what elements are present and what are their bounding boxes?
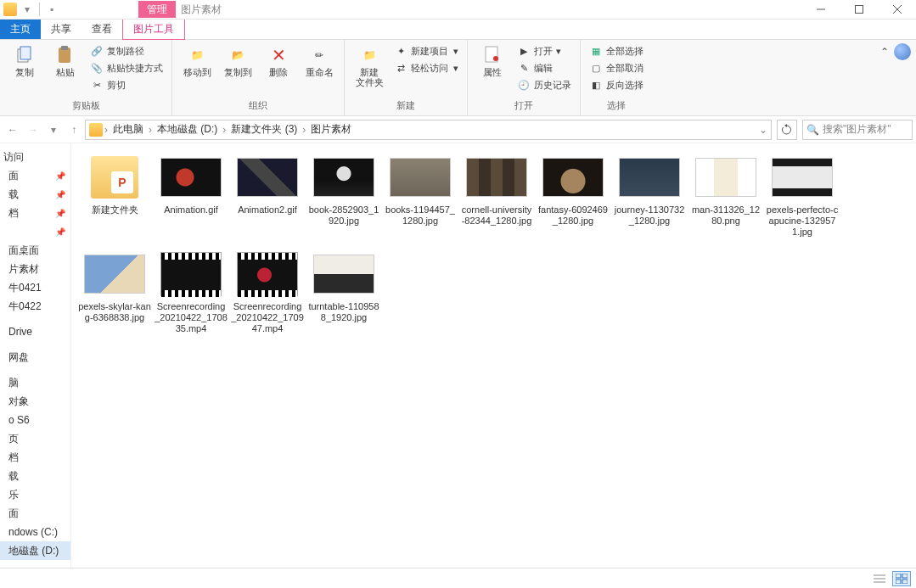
- sidebar-item[interactable]: 面桌面: [0, 241, 70, 260]
- pin-icon: 📌: [55, 209, 65, 218]
- maximize-button[interactable]: [840, 0, 878, 19]
- file-item[interactable]: book-2852903_1920.jpg: [307, 154, 380, 238]
- new-folder-icon: 📁: [359, 45, 379, 65]
- open-button[interactable]: ▶打开▾: [515, 43, 573, 59]
- qat-overflow-icon[interactable]: ▪: [43, 1, 60, 18]
- copy-to-icon: 📂: [228, 45, 248, 65]
- sidebar-pinned-item[interactable]: 面📌: [0, 166, 70, 185]
- sidebar-item[interactable]: 页: [0, 429, 70, 448]
- file-item[interactable]: Screenrecording_20210422_170947.mp4: [231, 250, 304, 335]
- copy-path-button[interactable]: 🔗复制路径: [88, 43, 165, 59]
- image-thumbnail: [772, 158, 833, 197]
- file-item[interactable]: pexels-skylar-kang-6368838.jpg: [78, 250, 151, 335]
- file-label: journey-1130732_1280.jpg: [613, 204, 686, 227]
- paste-button[interactable]: 粘贴: [48, 43, 83, 79]
- ribbon-collapse-icon[interactable]: ⌃: [880, 46, 889, 58]
- context-tab[interactable]: 管理: [138, 1, 176, 18]
- nav-up-button[interactable]: ↑: [65, 120, 83, 139]
- sidebar-drive-d[interactable]: 地磁盘 (D:): [0, 541, 70, 560]
- sidebar-item[interactable]: Drive: [0, 322, 70, 341]
- properties-button[interactable]: 属性: [475, 43, 510, 79]
- address-bar: ← → ▾ ↑ › 此电脑› 本地磁盘 (D:)› 新建文件夹 (3)› 图片素…: [0, 116, 916, 143]
- minimize-button[interactable]: [801, 0, 840, 19]
- file-item[interactable]: journey-1130732_1280.jpg: [613, 154, 686, 238]
- window-title: 图片素材: [181, 3, 222, 17]
- app-icon[interactable]: [2, 1, 19, 18]
- sidebar-item[interactable]: 片素材: [0, 260, 70, 278]
- sidebar-pinned-item[interactable]: 📌: [0, 222, 70, 241]
- delete-icon: ✕: [268, 45, 289, 65]
- properties-icon: [482, 45, 503, 65]
- sidebar-item[interactable]: 脑: [0, 373, 70, 392]
- file-item[interactable]: man-311326_1280.png: [689, 154, 762, 238]
- paste-shortcut-button[interactable]: 📎粘贴快捷方式: [88, 60, 165, 76]
- nav-forward-button[interactable]: →: [24, 120, 42, 139]
- tab-view[interactable]: 查看: [81, 20, 122, 39]
- sidebar-drive-c[interactable]: ndows (C:): [0, 523, 70, 541]
- file-item[interactable]: cornell-university-82344_1280.jpg: [460, 154, 533, 238]
- file-item[interactable]: Animation.gif: [155, 154, 228, 238]
- image-thumbnail: [84, 255, 145, 294]
- deselect-icon: ▢: [589, 61, 603, 75]
- select-all-button[interactable]: ▦全部选择: [587, 43, 645, 59]
- sidebar-item[interactable]: o S6: [0, 411, 70, 429]
- crumb-this-pc[interactable]: 此电脑: [110, 122, 147, 137]
- svg-rect-1: [855, 6, 863, 14]
- file-item[interactable]: turntable-1109588_1920.jpg: [307, 250, 380, 335]
- file-list[interactable]: P新建文件夹 Animation.gif Animation2.gif book…: [71, 143, 916, 568]
- refresh-button[interactable]: [777, 120, 797, 140]
- new-item-button[interactable]: ✦新建项目▾: [392, 43, 460, 59]
- ribbon: ⌃ 复制 粘贴 🔗复制路径 📎粘贴快捷方式 ✂剪切 剪贴板 📁移动到 📂复制到: [0, 40, 916, 116]
- file-label: book-2852903_1920.jpg: [307, 204, 380, 227]
- tab-share[interactable]: 共享: [41, 20, 81, 39]
- sidebar-item[interactable]: 乐: [0, 485, 70, 504]
- file-label: 新建文件夹: [92, 204, 138, 216]
- crumb-drive-d[interactable]: 本地磁盘 (D:): [154, 122, 221, 137]
- copy-button[interactable]: 复制: [7, 43, 42, 79]
- details-view-button[interactable]: [870, 571, 889, 586]
- sidebar-item[interactable]: 牛0421: [0, 278, 70, 297]
- thumbnails-view-button[interactable]: [892, 571, 911, 586]
- file-item[interactable]: Animation2.gif: [231, 154, 304, 238]
- crumb-current[interactable]: 图片素材: [307, 122, 355, 137]
- deselect-button[interactable]: ▢全部取消: [587, 60, 645, 76]
- sidebar-item[interactable]: 牛0422: [0, 297, 70, 316]
- move-to-button[interactable]: 📁移动到: [179, 43, 215, 79]
- copy-to-button[interactable]: 📂复制到: [220, 43, 256, 79]
- sidebar-item[interactable]: 面: [0, 504, 70, 523]
- easy-access-button[interactable]: ⇄轻松访问▾: [392, 60, 460, 76]
- tab-home[interactable]: 主页: [0, 20, 41, 39]
- history-button[interactable]: 🕘历史记录: [515, 77, 573, 92]
- edit-button[interactable]: ✎编辑: [515, 60, 573, 76]
- file-item[interactable]: Screenrecording_20210422_170835.mp4: [155, 250, 228, 335]
- navigation-pane[interactable]: 访问 面📌 载📌 档📌 📌 面桌面 片素材 牛0421 牛0422 Drive …: [0, 143, 71, 568]
- open-icon: ▶: [517, 44, 531, 58]
- sidebar-item[interactable]: 档: [0, 448, 70, 467]
- file-item[interactable]: fantasy-6092469_1280.jpg: [537, 154, 610, 238]
- crumb-folder-3[interactable]: 新建文件夹 (3): [228, 122, 301, 137]
- sidebar-pinned-item[interactable]: 档📌: [0, 204, 70, 222]
- nav-back-button[interactable]: ←: [3, 120, 22, 139]
- delete-button[interactable]: ✕删除: [261, 43, 296, 79]
- file-item[interactable]: P新建文件夹: [78, 154, 151, 238]
- invert-button[interactable]: ◧反向选择: [587, 77, 645, 92]
- sidebar-pinned-item[interactable]: 载📌: [0, 185, 70, 204]
- tab-picture-tools[interactable]: 图片工具: [122, 20, 185, 40]
- details-icon: [874, 574, 885, 584]
- sidebar-item[interactable]: 网盘: [0, 348, 70, 367]
- close-button[interactable]: [878, 0, 916, 19]
- new-folder-button[interactable]: 📁新建 文件夹: [351, 43, 387, 89]
- file-item[interactable]: books-1194457_1280.jpg: [384, 154, 457, 238]
- cut-button[interactable]: ✂剪切: [88, 77, 165, 92]
- address-dropdown-icon[interactable]: ⌄: [759, 124, 767, 136]
- breadcrumb[interactable]: › 此电脑› 本地磁盘 (D:)› 新建文件夹 (3)› 图片素材 ⌄: [85, 120, 772, 140]
- svg-rect-15: [896, 580, 901, 584]
- nav-recent-dropdown[interactable]: ▾: [44, 120, 63, 139]
- sidebar-item[interactable]: 对象: [0, 392, 70, 411]
- rename-button[interactable]: ✏重命名: [301, 43, 337, 79]
- qat-dropdown-icon[interactable]: ▾: [19, 1, 36, 18]
- user-avatar[interactable]: [894, 43, 911, 60]
- search-input[interactable]: 🔍 搜索"图片素材": [802, 120, 913, 140]
- file-item[interactable]: pexels-perfecto-capucine-1329571.jpg: [766, 154, 839, 238]
- sidebar-item[interactable]: 载: [0, 467, 70, 485]
